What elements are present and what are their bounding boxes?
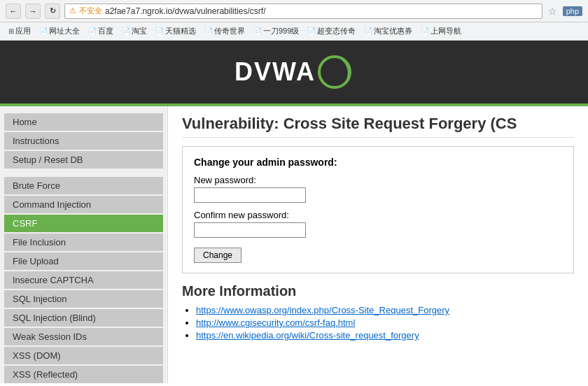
new-password-input[interactable]: [194, 187, 306, 203]
bookmark-star[interactable]: ☆: [548, 6, 557, 17]
info-link-item: http://www.cgisecurity.com/csrf-faq.html: [196, 317, 574, 328]
sidebar-item-weak-session-ids[interactable]: Weak Session IDs: [4, 328, 163, 345]
dvwa-logo-text: DVWA: [234, 57, 316, 87]
bookmark-item[interactable]: 📄一刀999级: [251, 25, 302, 37]
forward-button[interactable]: →: [25, 3, 41, 19]
sidebar: HomeInstructionsSetup / Reset DB Brute F…: [0, 106, 168, 383]
sidebar-item-xss-reflected[interactable]: XSS (Reflected): [4, 366, 163, 383]
bookmark-icon: ⊞: [8, 27, 14, 35]
bookmark-label: 淘宝: [132, 26, 147, 36]
new-password-label: New password:: [194, 175, 562, 185]
info-link[interactable]: https://en.wikipedia.org/wiki/Cross-site…: [196, 330, 419, 341]
bookmark-label: 网址大全: [49, 26, 80, 36]
confirm-password-label: Confirm new password:: [194, 210, 562, 220]
sidebar-item-home[interactable]: Home: [4, 113, 163, 131]
sidebar-item-brute-force[interactable]: Brute Force: [4, 177, 163, 194]
bookmark-item[interactable]: ⊞应用: [6, 25, 34, 37]
bookmarks-bar: ⊞应用📄网址大全📄百度📄淘宝📄天猫精选📄传奇世界📄一刀999级📄超变态传奇📄淘宝…: [0, 22, 588, 41]
info-link-item: https://www.owasp.org/index.php/Cross-Si…: [196, 305, 574, 315]
bookmark-item[interactable]: 📄超变态传奇: [304, 25, 358, 37]
bookmark-icon: 📄: [307, 27, 316, 35]
sidebar-item-instructions[interactable]: Instructions: [4, 132, 163, 150]
bookmark-label: 天猫精选: [165, 26, 196, 36]
new-password-group: New password:: [194, 175, 562, 203]
sidebar-item-xss-dom[interactable]: XSS (DOM): [4, 347, 163, 364]
browser-chrome: ← → ↻ ⚠ 不安全 a2fae7a7.ngrok.io/dvwa/vulne…: [0, 0, 588, 22]
confirm-password-group: Confirm new password:: [194, 210, 562, 238]
bookmark-icon: 📄: [364, 27, 372, 35]
bookmark-label: 淘宝优惠券: [374, 26, 412, 36]
sidebar-vuln-section: Brute ForceCommand InjectionCSRFFile Inc…: [0, 177, 167, 383]
sidebar-item-sql-injection[interactable]: SQL Injection: [4, 290, 163, 308]
sidebar-item-file-upload[interactable]: File Upload: [4, 252, 163, 270]
security-icon: ⚠: [69, 6, 76, 15]
bookmark-icon: 📄: [122, 27, 130, 35]
change-button[interactable]: Change: [194, 248, 241, 263]
bookmark-item[interactable]: 📄百度: [85, 25, 116, 37]
info-link[interactable]: http://www.cgisecurity.com/csrf-faq.html: [196, 317, 355, 328]
more-info-title: More Information: [182, 283, 574, 299]
dvwa-header: DVWA: [0, 41, 588, 103]
main-content: Vulnerability: Cross Site Request Forger…: [168, 106, 588, 383]
bookmark-item[interactable]: 📄上网导航: [418, 25, 464, 37]
page-title: Vulnerability: Cross Site Request Forger…: [182, 115, 574, 138]
bookmark-icon: 📄: [204, 27, 213, 35]
php-badge: php: [563, 6, 582, 16]
bookmark-icon: 📄: [88, 27, 97, 35]
bookmark-item[interactable]: 📄淘宝: [119, 25, 150, 37]
bookmark-icon: 📄: [155, 27, 164, 35]
sidebar-item-command-injection[interactable]: Command Injection: [4, 196, 163, 213]
dvwa-logo-circle: [316, 53, 354, 91]
confirm-password-input[interactable]: [194, 222, 306, 238]
bookmark-label: 传奇世界: [214, 26, 245, 36]
bookmark-icon: 📄: [421, 27, 429, 35]
address-bar[interactable]: ⚠ 不安全 a2fae7a7.ngrok.io/dvwa/vulnerabili…: [64, 3, 542, 19]
security-label: 不安全: [79, 6, 102, 16]
bookmark-item[interactable]: 📄淘宝优惠券: [361, 25, 415, 37]
bookmark-item[interactable]: 📄网址大全: [36, 25, 83, 37]
bookmark-item[interactable]: 📄传奇世界: [202, 25, 248, 37]
info-link[interactable]: https://www.owasp.org/index.php/Cross-Si…: [196, 305, 449, 315]
sidebar-item-setup-reset[interactable]: Setup / Reset DB: [4, 151, 163, 169]
bookmark-label: 百度: [98, 26, 113, 36]
main-layout: HomeInstructionsSetup / Reset DB Brute F…: [0, 103, 588, 383]
sidebar-item-csrf[interactable]: CSRF: [4, 215, 163, 232]
bookmark-label: 应用: [15, 26, 31, 36]
bookmark-icon: 📄: [39, 27, 48, 35]
sidebar-divider: [0, 170, 167, 176]
back-button[interactable]: ←: [6, 3, 21, 19]
bookmark-label: 一刀999级: [263, 26, 299, 36]
sidebar-item-sql-injection-blind[interactable]: SQL Injection (Blind): [4, 309, 163, 327]
bookmark-label: 超变态传奇: [317, 26, 356, 36]
bookmark-label: 上网导航: [430, 26, 461, 36]
csrf-card: Change your admin password: New password…: [182, 146, 574, 273]
bookmark-icon: 📄: [253, 27, 262, 35]
info-links: https://www.owasp.org/index.php/Cross-Si…: [182, 305, 574, 341]
url-text: a2fae7a7.ngrok.io/dvwa/vulnerabilities/c…: [105, 6, 265, 16]
bookmark-item[interactable]: 📄天猫精选: [153, 25, 199, 37]
sidebar-item-insecure-captcha[interactable]: Insecure CAPTCHA: [4, 271, 163, 289]
sidebar-top-section: HomeInstructionsSetup / Reset DB: [0, 113, 167, 169]
info-link-item: https://en.wikipedia.org/wiki/Cross-site…: [196, 330, 574, 341]
sidebar-item-file-inclusion[interactable]: File Inclusion: [4, 234, 163, 251]
dvwa-logo: DVWA: [234, 53, 354, 91]
refresh-button[interactable]: ↻: [45, 3, 60, 19]
card-title: Change your admin password:: [194, 157, 562, 168]
